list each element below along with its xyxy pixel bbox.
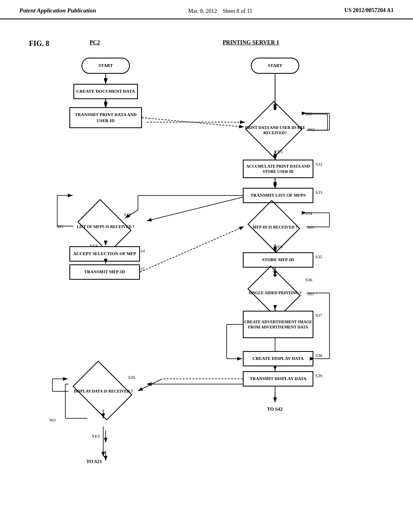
- svg-line-28: [142, 118, 244, 127]
- to-s21-label: TO S21: [86, 459, 102, 465]
- s36-no-label: NO: [307, 291, 314, 296]
- figure-label: FIG. 8: [29, 39, 49, 48]
- s31-no-label: NO: [308, 127, 315, 132]
- s33-label: S33: [315, 190, 322, 195]
- s20-no-label: NO: [49, 418, 56, 422]
- s31-label: S31: [305, 111, 312, 116]
- s36-diamond: SINGLE-SIDED PRINTING ?: [245, 276, 305, 310]
- s32-box: ACCUMULATE PRINT DATA AND STORE USER ID: [243, 160, 313, 178]
- svg-line-59: [138, 379, 162, 391]
- s31-diamond: PRINT DATA AND USER ID ARE RECEIVED?: [245, 110, 305, 150]
- s37-label: S37: [315, 313, 322, 318]
- s35-box: STORE MFP-ID: [243, 252, 313, 268]
- s36-label: S36: [305, 277, 312, 282]
- s33-box: TRANSMIT LIST OF MFPS: [243, 188, 313, 203]
- s14-box: ACCEPT SELECTION OF MFP: [69, 246, 140, 262]
- publication-title: Patent Application Publication: [19, 7, 96, 14]
- s34-yes-label: YES: [274, 244, 283, 249]
- page-header: Patent Application Publication Mar. 8, 2…: [0, 0, 413, 19]
- s20-diamond: DISPLAY DATA IS RECEIVED ?: [69, 373, 138, 409]
- svg-line-43: [140, 227, 244, 272]
- s34-no-label: NO: [307, 225, 314, 230]
- svg-line-11: [147, 197, 245, 221]
- publication-date: Mar. 8, 2012: [188, 8, 217, 14]
- patent-number: US 2012/0057204 A1: [344, 7, 394, 14]
- s38-box: CREATE DISPLAY DATA: [243, 351, 313, 366]
- s34-diamond: MFP-ID IS RECEIVED ?: [245, 210, 305, 244]
- col1-header: PC2: [90, 39, 100, 46]
- sheet-info: Sheet 8 of 11: [223, 8, 252, 14]
- s11-box: CREATE DOCUMENT DATA: [73, 84, 138, 99]
- s39-label: S39: [315, 373, 322, 378]
- to-s42-label: TO S42: [267, 406, 283, 412]
- s15-box: TRANSMIT MFP-ID: [69, 264, 140, 280]
- s38-label: S38: [315, 353, 322, 358]
- s37-box: CREATE ADVERTISEMENT IMAGE FROM ADVERTIS…: [243, 311, 313, 338]
- start-pc2: START: [81, 58, 130, 74]
- header-center: Mar. 8, 2012 Sheet 8 of 11: [188, 7, 252, 15]
- s39-box: TRANSMIT DISPLAY DATA: [243, 371, 313, 387]
- s34-label: S34: [305, 211, 312, 216]
- s13-no-label: NO: [56, 224, 63, 229]
- s31-yes-label: YES: [274, 149, 283, 154]
- s13-label: S13: [124, 212, 131, 217]
- s12-box: TRANSMIT PRINT DATA AND USER ID: [69, 107, 142, 128]
- s20-label: S20: [128, 375, 135, 380]
- s35-label: S35: [315, 254, 322, 259]
- start-server: START: [251, 58, 299, 74]
- s32-label: S32: [315, 162, 322, 166]
- diagram-area: FIG. 8 PC2 PRINTING SERVER 1: [25, 31, 388, 507]
- col2-header: PRINTING SERVER 1: [223, 39, 279, 46]
- s20-yes-label: YES: [92, 434, 100, 438]
